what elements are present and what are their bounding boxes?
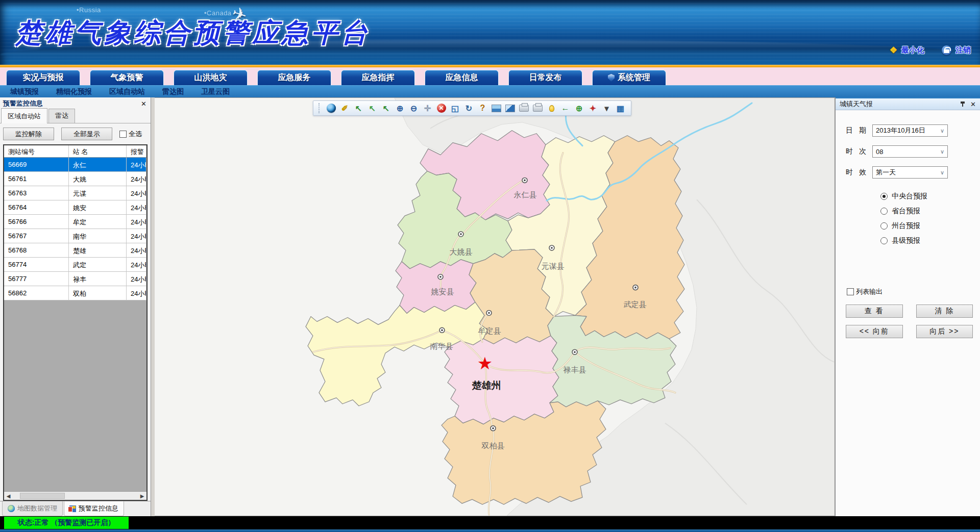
radio-circle[interactable] (880, 208, 888, 215)
left-panel-tab-1[interactable]: 雷达 (48, 109, 75, 123)
cell-alert: 24小时 (127, 286, 146, 300)
main-tab-3[interactable]: 应急服务 (257, 70, 331, 85)
radio-label: 县级预报 (892, 236, 920, 245)
radio-3[interactable]: 县级预报 (880, 236, 980, 245)
add-overlay-icon[interactable]: ⊕ (573, 102, 585, 114)
label-pin-icon[interactable] (545, 102, 558, 114)
main-tab-label: 日常发布 (529, 72, 562, 83)
radio-0[interactable]: 中央台预报 (880, 192, 980, 201)
table-row[interactable]: 56669永仁24小时 (4, 158, 146, 172)
left-panel-title: 预警监控信息 (3, 99, 43, 108)
globe-icon[interactable] (325, 102, 337, 114)
caret-icon[interactable]: ▾ (600, 102, 613, 114)
radio-circle[interactable] (880, 237, 888, 244)
zoom-out-icon[interactable]: ⊖ (407, 102, 420, 114)
toolbar-grip[interactable] (318, 103, 321, 113)
town-marker-dot (441, 330, 443, 332)
subnav-item-2[interactable]: 区域自动站 (109, 87, 145, 96)
show-all-button[interactable]: 全部显示 (61, 128, 112, 140)
banner-label-russia: •Russia (77, 6, 101, 14)
full-extent-icon[interactable]: ◱ (449, 102, 461, 114)
table-row[interactable]: 56767南华24小时 (4, 229, 146, 243)
radio-1[interactable]: 省台预报 (880, 207, 980, 216)
legend-icon[interactable]: ▦ (614, 102, 627, 114)
zoom-in-icon[interactable]: ⊕ (394, 102, 406, 114)
main-tab-7[interactable]: 系统管理 (592, 70, 666, 85)
identify-icon[interactable]: ? (476, 102, 489, 114)
measure-icon[interactable]: ✐ (338, 102, 351, 114)
select-circle-icon[interactable]: ↖ (352, 102, 365, 114)
county-label-lufeng: 禄丰县 (564, 365, 586, 374)
stop-icon[interactable]: ✕ (435, 102, 448, 114)
main-tab-2[interactable]: 山洪地灾 (174, 70, 248, 85)
table-row[interactable]: 56764姚安24小时 (4, 200, 146, 215)
scroll-left-icon[interactable]: ◀ (4, 492, 13, 500)
col-header-station-id: 测站编号 (4, 145, 69, 157)
back-icon[interactable]: ← (559, 102, 572, 114)
prev-button[interactable]: << 向前 (846, 325, 903, 338)
table-row[interactable]: 56768楚雄24小时 (4, 243, 146, 258)
bottom-tab-label: 地图数据管理 (17, 504, 57, 513)
field-row-2: 时 效第一天∨ (846, 166, 980, 179)
right-close-icon[interactable]: ✕ (970, 101, 976, 108)
radio-circle[interactable] (880, 193, 888, 200)
list-output-checkbox[interactable] (847, 288, 854, 295)
image-icon[interactable] (490, 102, 503, 114)
select-all-checkbox[interactable] (119, 131, 127, 138)
field-row-0: 日 期2013年10月16日∨ (846, 124, 980, 137)
print-preview-icon[interactable] (531, 102, 544, 114)
table-row[interactable]: 56862双柏24小时 (4, 286, 146, 300)
scrollbar-thumb[interactable] (20, 493, 65, 499)
next-button[interactable]: 向后 >> (916, 325, 973, 338)
subnav-item-3[interactable]: 雷达图 (162, 87, 184, 96)
map-area[interactable]: 永仁县大姚县元谋县姚安县武定县牟定县南华县禄丰县双柏县★楚雄州 ✐↖↖↖⊕⊖✛✕… (155, 97, 835, 516)
field-select-1[interactable]: 08∨ (872, 145, 948, 158)
select-rotate-icon[interactable]: ↖ (380, 102, 393, 114)
release-monitor-button[interactable]: 监控解除 (3, 128, 54, 140)
bottom-tab-1[interactable]: 预警监控信息 (64, 501, 124, 516)
compass-icon[interactable]: ✦ (586, 102, 599, 114)
horizontal-scrollbar[interactable]: ◀ ▶ (4, 491, 146, 500)
field-select-2[interactable]: 第一天∨ (872, 166, 948, 179)
main-tab-label: 气象预警 (111, 72, 143, 83)
panel-icon (69, 505, 76, 512)
main-tab-1[interactable]: 气象预警 (90, 70, 164, 85)
cell-alert: 24小时 (127, 229, 146, 243)
left-splitter[interactable] (151, 97, 155, 516)
select-arrow-icon[interactable]: ↖ (366, 102, 379, 114)
close-icon[interactable]: ✕ (141, 100, 146, 107)
county-chuxiong[interactable] (445, 336, 559, 424)
subnav-item-1[interactable]: 精细化预报 (56, 87, 92, 96)
logout-button[interactable]: 注销 (942, 45, 971, 55)
table-row[interactable]: 56766牟定24小时 (4, 215, 146, 229)
main-tab-6[interactable]: 日常发布 (508, 70, 582, 85)
cell-station-name: 禄丰 (69, 272, 127, 286)
table-row[interactable]: 56777禄丰24小时 (4, 272, 146, 286)
pan-icon[interactable]: ✛ (421, 102, 434, 114)
town-marker-dot (488, 312, 490, 314)
view-button[interactable]: 查 看 (846, 305, 903, 318)
table-row[interactable]: 56774武定24小时 (4, 258, 146, 272)
county-map[interactable]: 永仁县大姚县元谋县姚安县武定县牟定县南华县禄丰县双柏县★楚雄州 (155, 98, 835, 516)
refresh-icon[interactable]: ↻ (462, 102, 475, 114)
main-tab-5[interactable]: 应急信息 (425, 70, 499, 85)
field-select-0[interactable]: 2013年10月16日∨ (872, 124, 948, 137)
radio-circle[interactable] (880, 222, 888, 230)
app-title: 楚雄气象综合预警应急平台 (15, 15, 371, 51)
subnav-item-0[interactable]: 城镇预报 (10, 87, 39, 96)
subnav-item-4[interactable]: 卫星云图 (201, 87, 230, 96)
left-panel-tab-0[interactable]: 区域自动站 (1, 108, 47, 123)
clear-button[interactable]: 清 除 (916, 305, 973, 318)
table-row[interactable]: 56763元谋24小时 (4, 186, 146, 200)
main-tab-0[interactable]: 实况与预报 (6, 70, 80, 85)
minimize-button[interactable]: ❖ 最小化 (890, 45, 924, 56)
print-icon[interactable] (518, 102, 530, 114)
table-row[interactable]: 56761大姚24小时 (4, 172, 146, 186)
right-panel-title: 城镇天气报 (840, 99, 873, 109)
scroll-right-icon[interactable]: ▶ (138, 492, 146, 500)
pin-icon[interactable] (960, 101, 965, 107)
bottom-tab-0[interactable]: 地图数据管理 (2, 501, 63, 516)
radio-2[interactable]: 州台预报 (880, 221, 980, 231)
map-export-icon[interactable] (504, 102, 517, 114)
main-tab-4[interactable]: 应急指挥 (341, 70, 415, 85)
